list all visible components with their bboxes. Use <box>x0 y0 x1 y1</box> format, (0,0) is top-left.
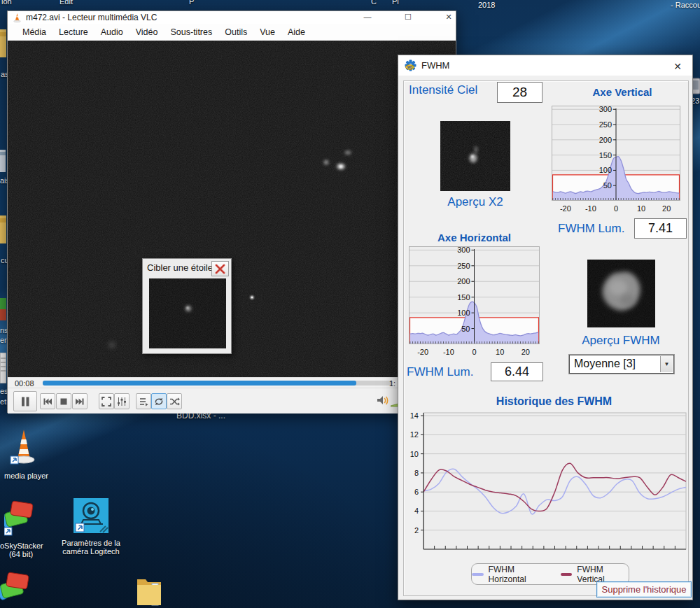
folder-icon[interactable] <box>0 29 6 60</box>
target-star-window: Cibler une étoile <box>142 258 232 354</box>
volume-icon[interactable] <box>376 395 390 409</box>
desktop-icon-label: caméra Logitech <box>56 547 126 556</box>
legend-item-horizontal: FWHM Horizontal <box>472 565 550 584</box>
svg-text:10: 10 <box>496 348 504 356</box>
fwhm-preview <box>587 260 655 327</box>
menu-item-outils[interactable]: Outils <box>218 25 253 39</box>
desktop-icon-vlc[interactable]: media player <box>4 428 43 479</box>
svg-text:-20: -20 <box>560 204 571 213</box>
desktop-label-fragment: P <box>189 0 194 6</box>
fwhm-close-button[interactable]: ✕ <box>668 59 687 73</box>
svg-text:20: 20 <box>522 348 530 356</box>
desktop-icon-label: oSkyStacker <box>0 542 42 550</box>
svg-text:250: 250 <box>457 262 470 270</box>
target-close-button[interactable] <box>211 261 229 276</box>
delete-history-button[interactable]: Supprime l'historique <box>596 581 692 598</box>
apercu-x2-caption: Aperçu X2 <box>440 195 510 209</box>
fwhm-titlebar[interactable]: WD FWHM <box>398 55 692 76</box>
maximize-button[interactable]: ☐ <box>398 11 418 23</box>
history-heading: Historique des FWHM <box>423 395 685 408</box>
vlc-window: m472.avi - Lecteur multimédia VLC — ☐ ✕ … <box>7 10 456 413</box>
sky-intensity-field[interactable]: 28 <box>497 82 542 103</box>
svg-text:200: 200 <box>599 136 612 144</box>
svg-text:4: 4 <box>414 507 419 515</box>
minimize-button[interactable]: — <box>358 11 377 23</box>
svg-text:-20: -20 <box>417 348 428 356</box>
apercu-fwhm-caption: Aperçu FWHM <box>579 334 663 348</box>
svg-text:14: 14 <box>410 411 419 420</box>
playlist-icon <box>138 396 149 407</box>
fwhm-history-chart: 2468101214 <box>405 411 688 562</box>
menu-item-video[interactable]: Vidéo <box>130 25 164 39</box>
svg-text:0: 0 <box>614 204 618 213</box>
axe-horizontal-heading: Axe Horizontal <box>409 232 540 243</box>
svg-text:300: 300 <box>457 246 470 254</box>
chevron-down-icon[interactable]: ▼ <box>660 356 673 372</box>
svg-text:150: 150 <box>457 293 470 302</box>
menu-item-media[interactable]: Média <box>16 25 52 39</box>
webcam-icon <box>74 498 108 533</box>
fwhm-lum-horizontal-label: FWHM Lum. <box>407 365 473 379</box>
fullscreen-icon <box>101 396 112 407</box>
svg-text:WD: WD <box>407 66 413 69</box>
vlc-titlebar[interactable]: m472.avi - Lecteur multimédia VLC <box>8 11 456 24</box>
folder-icon[interactable] <box>135 574 163 608</box>
average-select-value: Moyenne [3] <box>574 358 636 370</box>
desktop-label-fragment: C <box>371 0 377 6</box>
deepskystacker-icon <box>0 568 34 608</box>
legend-label: FWHM Horizontal <box>489 565 550 584</box>
axe-vertical-heading: Axe Vertical <box>566 86 678 98</box>
video-surface <box>8 41 456 377</box>
shuffle-button[interactable] <box>167 393 182 409</box>
fwhm-lum-horizontal-field[interactable]: 6.44 <box>491 362 543 381</box>
stop-button[interactable] <box>56 393 71 409</box>
average-select[interactable]: Moyenne [3] ▼ <box>569 355 674 374</box>
vlc-seek-row: 00:08 1: <box>8 377 456 388</box>
desktop-icon-deepskystacker[interactable]: oSkyStacker (64 bit) <box>0 497 42 557</box>
menu-item-vue[interactable]: Vue <box>253 25 281 39</box>
svg-text:150: 150 <box>599 151 612 160</box>
previous-button[interactable] <box>40 393 55 409</box>
fwhm-lum-vertical-label: FWHM Lum. <box>558 222 624 236</box>
app-icon[interactable] <box>0 150 6 175</box>
desktop-label-fragment: Pl <box>392 0 399 6</box>
close-icon <box>214 264 226 274</box>
target-window-title: Cibler une étoile <box>147 262 213 273</box>
svg-text:50: 50 <box>461 325 470 333</box>
svg-text:50: 50 <box>603 181 612 190</box>
fullscreen-button[interactable] <box>99 393 114 409</box>
seek-bar[interactable] <box>43 381 393 386</box>
legend-swatch-vertical <box>561 573 573 576</box>
menu-item-audio[interactable]: Audio <box>94 25 130 39</box>
svg-text:0: 0 <box>472 348 476 356</box>
svg-text:10: 10 <box>410 450 419 458</box>
svg-text:8: 8 <box>414 469 419 477</box>
desktop-icon-label: (64 bit) <box>0 550 42 558</box>
document-icon[interactable] <box>0 353 6 386</box>
loop-button[interactable] <box>151 393 167 409</box>
axe-horizontal-chart: 50100150200250300-20-1001020 <box>409 246 540 360</box>
folder-icon[interactable] <box>0 215 6 246</box>
desktop-icon-logitech-camera[interactable]: Paramètres de la caméra Logitech <box>56 498 126 553</box>
next-button[interactable] <box>72 393 88 409</box>
fwhm-window-title: FWHM <box>421 60 449 71</box>
desktop-label-fragment: Edit <box>59 0 73 6</box>
svg-text:250: 250 <box>599 120 612 129</box>
menu-item-sous-titres[interactable]: Sous-titres <box>164 25 218 39</box>
stop-icon <box>58 396 69 407</box>
equalizer-button[interactable] <box>114 393 130 409</box>
svg-text:100: 100 <box>457 309 470 317</box>
svg-text:200: 200 <box>457 277 470 285</box>
close-button[interactable]: ✕ <box>439 11 458 23</box>
pause-button[interactable] <box>13 391 37 411</box>
fwhm-lum-vertical-field[interactable]: 7.41 <box>634 218 687 239</box>
menu-item-lecture[interactable]: Lecture <box>52 25 94 39</box>
app-icon[interactable] <box>0 297 6 327</box>
svg-text:6: 6 <box>414 488 419 496</box>
desktop-icon-app-partial[interactable] <box>0 568 34 608</box>
deepskystacker-icon <box>4 497 38 537</box>
vlc-menubar: Média Lecture Audio Vidéo Sous-titres Ou… <box>8 24 456 41</box>
menu-item-aide[interactable]: Aide <box>281 25 312 39</box>
playlist-button[interactable] <box>136 393 151 409</box>
svg-text:100: 100 <box>599 166 612 174</box>
